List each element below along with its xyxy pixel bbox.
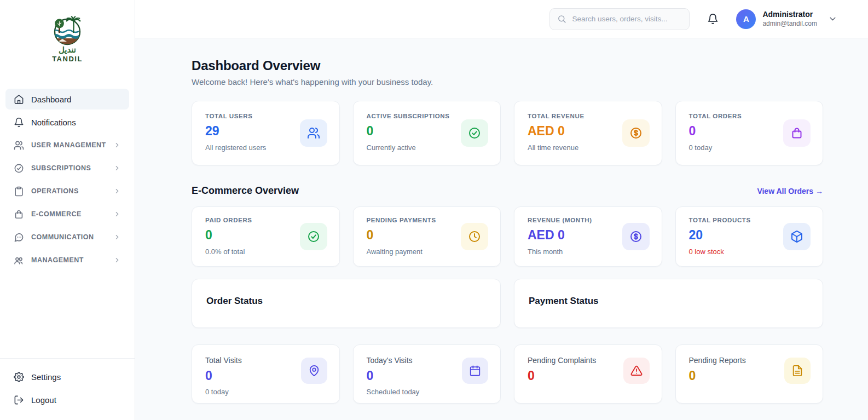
sidebar-item-operations[interactable]: OPERATIONS xyxy=(5,181,129,202)
stat-card-revenue-month: REVENUE (MONTH) AED 0 This month xyxy=(514,206,662,267)
chat-icon xyxy=(14,232,24,243)
stat-card-paid-orders: PAID ORDERS 0 0.0% of total xyxy=(192,206,340,267)
stat-icon-box xyxy=(622,223,650,250)
top-header: A Administrator admin@tandil.com xyxy=(135,0,868,38)
user-name: Administrator xyxy=(762,10,817,20)
dollar-circle-icon xyxy=(629,126,643,140)
sidebar-item-label: Settings xyxy=(31,372,61,382)
stat-card-todays-visits: Today's Visits 0 Scheduled today xyxy=(353,344,501,404)
overview-stats-row: TOTAL USERS 29 All registered users ACTI… xyxy=(192,101,823,165)
view-all-orders-link[interactable]: View All Orders → xyxy=(757,187,823,195)
ecommerce-section-header: E-Commerce Overview View All Orders → xyxy=(192,185,823,197)
sidebar-item-label: SUBSCRIPTIONS xyxy=(31,164,106,172)
stat-sub: 0 today xyxy=(205,388,326,396)
avatar: A xyxy=(736,9,756,29)
panel-title: Order Status xyxy=(206,296,486,307)
sidebar-item-logout[interactable]: Logout xyxy=(5,389,129,410)
stat-icon-box xyxy=(461,119,488,147)
brand-name-arabic: تنديل xyxy=(59,45,76,54)
users-icon xyxy=(307,126,320,140)
dashboard-content: Dashboard Overview Welcome back! Here's … xyxy=(135,38,868,420)
chevron-right-icon xyxy=(113,210,121,218)
shopping-bag-icon xyxy=(790,126,803,140)
sidebar-item-user-management[interactable]: USER MANAGEMENT xyxy=(5,135,129,156)
sidebar-item-label: COMMUNICATION xyxy=(31,233,106,241)
panel-title: Payment Status xyxy=(529,296,808,307)
bell-icon xyxy=(14,117,24,128)
sidebar-item-notifications[interactable]: Notifications xyxy=(5,112,129,133)
sidebar-item-label: Logout xyxy=(31,395,56,405)
sidebar-item-communication[interactable]: COMMUNICATION xyxy=(5,227,129,248)
alert-triangle-icon xyxy=(630,365,643,377)
calendar-icon xyxy=(469,365,481,377)
stat-card-pending-complaints: Pending Complaints 0 xyxy=(514,344,662,404)
brand-name-english: TANDIL xyxy=(52,55,83,63)
gear-icon xyxy=(14,372,24,382)
sidebar-item-label: E-COMMERCE xyxy=(31,210,106,218)
stat-card-total-visits: Total Visits 0 0 today xyxy=(192,344,340,404)
stat-label: TOTAL REVENUE xyxy=(528,113,649,119)
stat-sub: Scheduled today xyxy=(367,388,488,396)
stat-card-total-revenue: TOTAL REVENUE AED 0 All time revenue xyxy=(514,101,662,165)
sidebar-item-ecommerce[interactable]: E-COMMERCE xyxy=(5,204,129,225)
chevron-down-icon xyxy=(828,14,837,24)
map-pin-icon xyxy=(308,365,320,377)
payment-status-panel: Payment Status xyxy=(514,279,823,328)
page-title: Dashboard Overview xyxy=(192,58,823,73)
team-icon xyxy=(14,255,24,266)
stat-icon-box xyxy=(622,119,650,147)
ecommerce-stats-row: PAID ORDERS 0 0.0% of total PENDING PAYM… xyxy=(192,206,823,267)
stat-label: TOTAL USERS xyxy=(205,113,326,119)
clock-icon xyxy=(468,230,481,243)
stat-icon-box xyxy=(784,358,811,384)
chevron-right-icon xyxy=(113,256,121,264)
file-text-icon xyxy=(791,365,803,377)
logout-icon xyxy=(14,395,24,405)
status-panels-row: Order Status Payment Status xyxy=(192,279,823,328)
dollar-circle-icon xyxy=(629,230,643,243)
stat-icon-box xyxy=(462,358,488,384)
sidebar-item-label: Dashboard xyxy=(31,95,71,104)
stat-card-total-users: TOTAL USERS 29 All registered users xyxy=(192,101,340,165)
stat-card-total-orders: TOTAL ORDERS 0 0 today xyxy=(675,101,824,165)
sidebar-item-label: USER MANAGEMENT xyxy=(31,141,106,149)
shopping-bag-icon xyxy=(14,209,24,220)
notifications-bell-button[interactable] xyxy=(707,13,719,25)
stat-icon-box xyxy=(300,119,327,147)
tandil-logo-icon: تنديل TANDIL xyxy=(47,14,88,69)
chevron-right-icon xyxy=(113,141,121,149)
search-box[interactable] xyxy=(549,8,690,30)
sidebar-item-subscriptions[interactable]: SUBSCRIPTIONS xyxy=(5,158,129,179)
sidebar-item-management[interactable]: MANAGEMENT xyxy=(5,250,129,271)
stat-card-pending-reports: Pending Reports 0 xyxy=(675,344,824,404)
stat-icon-box xyxy=(783,223,811,250)
clipboard-icon xyxy=(14,186,24,197)
sidebar-item-label: OPERATIONS xyxy=(31,187,106,195)
stat-icon-box xyxy=(623,358,650,384)
sidebar: تنديل TANDIL Dashboard Notifications USE… xyxy=(0,0,135,420)
user-menu[interactable]: A Administrator admin@tandil.com xyxy=(736,9,837,29)
sidebar-item-dashboard[interactable]: Dashboard xyxy=(5,89,129,110)
sidebar-item-label: MANAGEMENT xyxy=(31,256,106,264)
user-email: admin@tandil.com xyxy=(762,20,817,28)
user-info: Administrator admin@tandil.com xyxy=(762,10,817,28)
check-circle-icon xyxy=(307,230,320,243)
bell-icon xyxy=(707,13,719,25)
search-input[interactable] xyxy=(572,15,682,23)
chevron-right-icon xyxy=(113,233,121,241)
chevron-right-icon xyxy=(113,164,121,172)
stat-icon-box xyxy=(300,223,327,250)
stat-card-active-subscriptions: ACTIVE SUBSCRIPTIONS 0 Currently active xyxy=(353,101,501,165)
sidebar-item-settings[interactable]: Settings xyxy=(5,366,129,387)
search-icon xyxy=(557,14,566,24)
main-area: A Administrator admin@tandil.com Dashboa… xyxy=(135,0,868,420)
stat-card-pending-payments: PENDING PAYMENTS 0 Awaiting payment xyxy=(353,206,501,267)
stat-label: ACTIVE SUBSCRIPTIONS xyxy=(367,113,488,119)
chevron-right-icon xyxy=(113,187,121,195)
stat-icon-box xyxy=(783,119,811,147)
order-status-panel: Order Status xyxy=(192,279,501,328)
activity-stats-row: Total Visits 0 0 today Today's Visits 0 … xyxy=(192,344,823,404)
sidebar-footer: Settings Logout xyxy=(0,358,135,420)
brand-logo: تنديل TANDIL xyxy=(0,0,135,72)
sidebar-nav: Dashboard Notifications USER MANAGEMENT … xyxy=(0,89,135,271)
